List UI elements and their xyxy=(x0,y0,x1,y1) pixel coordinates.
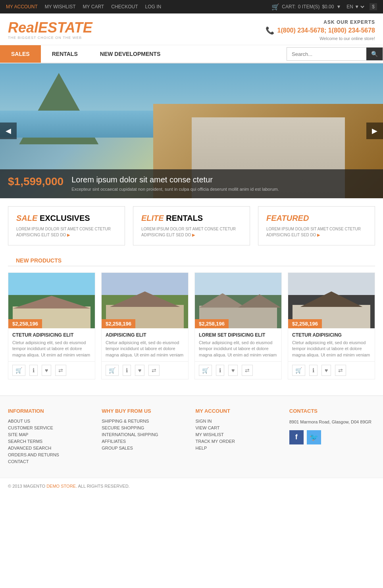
nav-checkout[interactable]: CHECKOUT xyxy=(111,4,138,10)
hero-desc: Excepteur sint occaecat cupidatat non pr… xyxy=(71,186,279,192)
product-info-4: CTETUR ADIPISICING Ctetur adipisicing el… xyxy=(288,328,375,358)
copyright-text: © 2013 MAGENTO xyxy=(8,484,45,488)
logo-tagline: THE BIGGEST CHOICE ON THE WEB xyxy=(8,36,92,40)
phone-numbers: 1(800) 234-5678; 1(800) 234-5678 xyxy=(277,27,375,34)
wishlist-2[interactable]: ♥ xyxy=(135,365,144,376)
info-1[interactable]: ℹ xyxy=(29,365,38,376)
cart-dropdown-icon[interactable]: ▼ xyxy=(336,4,341,10)
promo-blocks: SALE EXCLUSIVES LOREM IPSUM DOLOR SIT AM… xyxy=(0,198,383,253)
product-actions-1: 🛒 ℹ ♥ ⇄ xyxy=(8,361,95,379)
product-grid: $2,258,196 CTETUR ADIPISICING ELIT Ctetu… xyxy=(0,266,383,387)
footer-link-signin[interactable]: SIGN IN xyxy=(196,419,281,423)
language-selector[interactable]: EN ▼ xyxy=(345,4,366,10)
product-actions-4: 🛒 ℹ ♥ ⇄ xyxy=(288,361,375,379)
cart-info[interactable]: 🛒 CART: 0 ITEM(S) $0.00 ▼ xyxy=(271,3,341,11)
wishlist-4[interactable]: ♥ xyxy=(321,365,331,376)
top-nav-links: MY ACCOUNT MY WISHLIST MY CART CHECKOUT … xyxy=(6,4,161,10)
currency-button[interactable]: $ xyxy=(370,3,377,10)
facebook-icon[interactable]: f xyxy=(289,430,304,444)
footer-link-group-sales[interactable]: GROUP SALES xyxy=(102,446,187,450)
cart-items: 0 ITEM(S) xyxy=(298,4,320,10)
product-desc-4: Ctetur adipisicing elit, sed do eiusmod … xyxy=(292,340,371,358)
compare-1[interactable]: ⇄ xyxy=(55,365,66,376)
product-desc-3: Ctetur adipisicing elit, sed do eiusmod … xyxy=(199,340,277,358)
footer-my-account: MY ACCOUNT SIGN IN VIEW CART MY WISHLIST… xyxy=(196,408,281,466)
search-input[interactable] xyxy=(287,48,366,60)
footer-information-title: INFORMATION xyxy=(8,408,94,414)
hero-prev-button[interactable]: ◀ xyxy=(0,123,17,139)
footer-link-customer-service[interactable]: CUSTOMER SERVICE xyxy=(8,425,94,430)
add-to-cart-2[interactable]: 🛒 xyxy=(106,365,119,376)
promo-rentals[interactable]: ELITE RENTALS LOREM IPSUM DOLOR SIT AMET… xyxy=(133,206,250,245)
nav-cart-menu[interactable]: MY CART xyxy=(83,4,104,10)
product-image-2[interactable]: $2,258,196 xyxy=(102,273,188,328)
twitter-icon[interactable]: 🐦 xyxy=(307,430,321,444)
footer-link-secure[interactable]: SECURE SHOPPING xyxy=(102,425,187,430)
footer-address: 8901 Marmora Road, Glasgow, D04 89GR xyxy=(289,419,375,425)
footer-link-shipping[interactable]: SHIPPING & RETURNS xyxy=(102,419,187,423)
footer-why-buy-title: WHY BUY FROM US xyxy=(102,408,187,414)
compare-2[interactable]: ⇄ xyxy=(148,365,160,376)
promo-sale-title: SALE EXCLUSIVES xyxy=(16,214,117,223)
info-4[interactable]: ℹ xyxy=(309,365,318,376)
logo-real: Real xyxy=(8,19,38,36)
footer: INFORMATION ABOUT US CUSTOMER SERVICE SI… xyxy=(0,395,383,478)
phone-icon: 📞 xyxy=(266,26,274,35)
footer-link-help[interactable]: HELP xyxy=(196,446,281,450)
footer-link-affiliates[interactable]: AFFILIATES xyxy=(102,439,187,444)
nav-login[interactable]: LOG IN xyxy=(145,4,162,10)
promo-sale[interactable]: SALE EXCLUSIVES LOREM IPSUM DOLOR SIT AM… xyxy=(8,206,125,245)
footer-link-my-wishlist[interactable]: MY WISHLIST xyxy=(196,432,281,437)
wishlist-3[interactable]: ♥ xyxy=(228,365,238,376)
top-navigation: MY ACCOUNT MY WISHLIST MY CART CHECKOUT … xyxy=(0,0,383,13)
footer-contacts: CONTACTS 8901 Marmora Road, Glasgow, D04… xyxy=(289,408,375,466)
product-price-1: $2,258,196 xyxy=(8,319,42,328)
product-actions-3: 🛒 ℹ ♥ ⇄ xyxy=(195,361,281,379)
nav-wishlist[interactable]: MY WISHLIST xyxy=(45,4,76,10)
promo-featured[interactable]: FEATURED LOREM IPSUM DOLOR SIT AMET CONS… xyxy=(258,206,375,245)
promo-rentals-title: ELITE RENTALS xyxy=(141,214,242,223)
product-image-3[interactable]: $2,258,196 xyxy=(195,273,281,328)
product-price-3: $2,258,196 xyxy=(195,319,229,328)
promo-sale-label1: SALE xyxy=(16,214,37,222)
logo[interactable]: RealESTATE THE BIGGEST CHOICE ON THE WEB xyxy=(8,21,92,40)
footer-link-contact[interactable]: CONTACT xyxy=(8,459,94,464)
product-name-3: LOREM SET DIPISICING ELIT xyxy=(199,332,277,338)
info-2[interactable]: ℹ xyxy=(123,365,131,376)
compare-4[interactable]: ⇄ xyxy=(335,365,346,376)
promo-featured-desc: LOREM IPSUM DOLOR SIT AMET CONSE CTETUR … xyxy=(266,226,367,238)
wishlist-1[interactable]: ♥ xyxy=(42,365,51,376)
footer-link-track-order[interactable]: TRACK MY ORDER xyxy=(196,439,281,444)
tab-rentals[interactable]: RENTALS xyxy=(41,45,89,63)
demo-store-text: DEMO STORE. xyxy=(46,484,77,488)
footer-link-orders[interactable]: ORDERS AND RETURNS xyxy=(8,452,94,457)
footer-link-search-terms[interactable]: SEARCH TERMS xyxy=(8,439,94,444)
hero-next-button[interactable]: ▶ xyxy=(366,123,383,139)
product-card-2: $2,258,196 ADIPISICING ELIT Ctetur adipi… xyxy=(101,272,189,379)
nav-account[interactable]: MY ACCOUNT xyxy=(6,4,38,10)
footer-link-view-cart[interactable]: VIEW CART xyxy=(196,425,281,430)
search-button[interactable]: 🔍 xyxy=(366,48,383,60)
add-to-cart-3[interactable]: 🛒 xyxy=(199,365,212,376)
product-image-4[interactable]: $2,258,196 xyxy=(288,273,375,328)
promo-featured-title: FEATURED xyxy=(266,214,367,223)
compare-3[interactable]: ⇄ xyxy=(242,365,253,376)
cart-icon: 🛒 xyxy=(271,3,279,11)
tab-sales[interactable]: SALES xyxy=(0,45,41,63)
footer-link-sitemap[interactable]: SITE MAP xyxy=(8,432,94,437)
bottom-bar: © 2013 MAGENTO DEMO STORE. ALL RIGHTS RE… xyxy=(0,478,383,494)
tab-new-developments[interactable]: NEW DEVELOPMENTS xyxy=(89,45,171,63)
new-products-title: NEW PRODUCTS xyxy=(8,253,375,266)
footer-link-intl-shipping[interactable]: INTERNATIONAL SHIPPING xyxy=(102,432,187,437)
hero-text-block: Lorem ipsum dolor sit amet conse ctetur … xyxy=(71,175,279,192)
product-image-1[interactable]: $2,258,196 xyxy=(8,273,95,328)
product-card-1: $2,258,196 CTETUR ADIPISICING ELIT Ctetu… xyxy=(8,272,95,379)
search-form: 🔍 xyxy=(287,47,383,61)
footer-contacts-title: CONTACTS xyxy=(289,408,375,414)
add-to-cart-1[interactable]: 🛒 xyxy=(12,365,25,376)
footer-link-about[interactable]: ABOUT US xyxy=(8,419,94,423)
footer-link-advanced-search[interactable]: ADVANCED SEARCH xyxy=(8,446,94,450)
footer-why-buy: WHY BUY FROM US SHIPPING & RETURNS SECUR… xyxy=(102,408,187,466)
add-to-cart-4[interactable]: 🛒 xyxy=(292,365,305,376)
info-3[interactable]: ℹ xyxy=(216,365,224,376)
